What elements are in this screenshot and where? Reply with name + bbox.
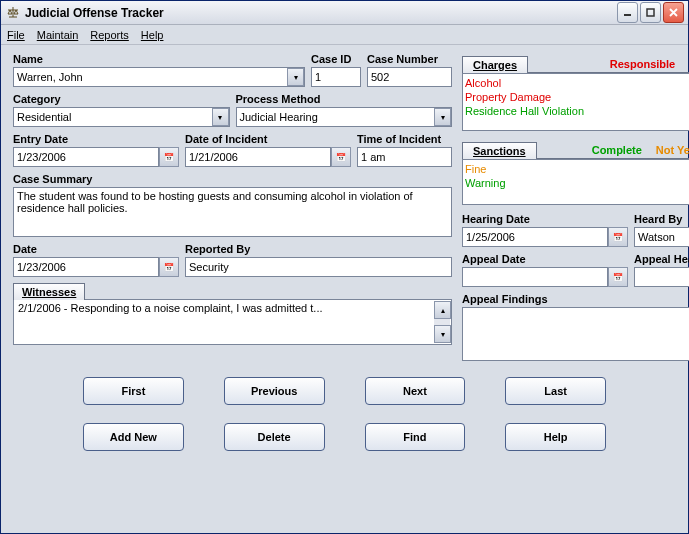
chevron-down-icon[interactable]: ▾ bbox=[212, 108, 229, 126]
app-icon bbox=[5, 5, 21, 21]
legend-complete: Complete bbox=[592, 144, 642, 156]
last-button[interactable]: Last bbox=[505, 377, 606, 405]
appealdate-input[interactable] bbox=[462, 267, 608, 287]
entrydate-input[interactable] bbox=[13, 147, 159, 167]
label-hearingdate: Hearing Date bbox=[462, 213, 628, 225]
date-input[interactable] bbox=[13, 257, 159, 277]
witnesses-list[interactable]: 2/1/2006 - Responding to a noise complai… bbox=[13, 299, 452, 345]
processmethod-combo[interactable]: Judicial Hearing ▾ bbox=[236, 107, 453, 127]
appealfindings-textarea[interactable] bbox=[462, 307, 689, 361]
category-combo[interactable]: Residential ▾ bbox=[13, 107, 230, 127]
scrollbar[interactable]: ▴ ▾ bbox=[434, 301, 450, 343]
label-heardby: Heard By bbox=[634, 213, 689, 225]
label-dateofincident: Date of Incident bbox=[185, 133, 351, 145]
casenumber-input[interactable] bbox=[367, 67, 452, 87]
calendar-icon[interactable]: 📅 bbox=[608, 267, 628, 287]
charges-list[interactable]: AlcoholProperty DamageResidence Hall Vio… bbox=[462, 73, 689, 131]
find-button[interactable]: Find bbox=[365, 423, 466, 451]
caseid-input[interactable] bbox=[311, 67, 361, 87]
label-processmethod: Process Method bbox=[236, 93, 453, 105]
charge-row[interactable]: Alcohol bbox=[465, 76, 689, 90]
witness-row[interactable]: 2/1/2006 - Responding to a noise complai… bbox=[18, 302, 447, 314]
content-area: Name Warren, John ▾ Case ID Case Number bbox=[1, 45, 688, 533]
menu-help[interactable]: Help bbox=[141, 29, 164, 41]
previous-button[interactable]: Previous bbox=[224, 377, 325, 405]
calendar-icon[interactable]: 📅 bbox=[608, 227, 628, 247]
label-date: Date bbox=[13, 243, 179, 255]
label-casenumber: Case Number bbox=[367, 53, 452, 65]
app-window: Judicial Offense Tracker File Maintain R… bbox=[0, 0, 689, 534]
window-title: Judicial Offense Tracker bbox=[25, 6, 617, 20]
sanction-row[interactable]: Fine bbox=[465, 162, 689, 176]
menubar: File Maintain Reports Help bbox=[1, 25, 688, 45]
appealheardby-input[interactable] bbox=[634, 267, 689, 287]
label-appealheardby: Appeal Heard By bbox=[634, 253, 689, 265]
charge-row[interactable]: Property Damage bbox=[465, 90, 689, 104]
heardby-input[interactable] bbox=[634, 227, 689, 247]
label-timeofincident: Time of Incident bbox=[357, 133, 452, 145]
svg-rect-1 bbox=[647, 9, 654, 16]
calendar-icon[interactable]: 📅 bbox=[159, 147, 179, 167]
label-appealfindings: Appeal Findings bbox=[462, 293, 689, 305]
chevron-down-icon[interactable]: ▾ bbox=[287, 68, 304, 86]
label-category: Category bbox=[13, 93, 230, 105]
addnew-button[interactable]: Add New bbox=[83, 423, 184, 451]
maximize-button[interactable] bbox=[640, 2, 661, 23]
svg-rect-0 bbox=[624, 14, 631, 16]
casesummary-textarea[interactable] bbox=[13, 187, 452, 237]
label-caseid: Case ID bbox=[311, 53, 361, 65]
sanctions-tab[interactable]: Sanctions bbox=[462, 142, 537, 159]
menu-reports[interactable]: Reports bbox=[90, 29, 129, 41]
chevron-down-icon[interactable]: ▾ bbox=[434, 108, 451, 126]
legend-notyetdue: Not Yet Due bbox=[656, 144, 689, 156]
label-reportedby: Reported By bbox=[185, 243, 452, 255]
menu-maintain[interactable]: Maintain bbox=[37, 29, 79, 41]
menu-file[interactable]: File bbox=[7, 29, 25, 41]
minimize-button[interactable] bbox=[617, 2, 638, 23]
first-button[interactable]: First bbox=[83, 377, 184, 405]
label-appealdate: Appeal Date bbox=[462, 253, 628, 265]
charges-tab[interactable]: Charges bbox=[462, 56, 528, 73]
label-name: Name bbox=[13, 53, 305, 65]
calendar-icon[interactable]: 📅 bbox=[331, 147, 351, 167]
close-button[interactable] bbox=[663, 2, 684, 23]
sanction-row[interactable]: Warning bbox=[465, 176, 689, 190]
next-button[interactable]: Next bbox=[365, 377, 466, 405]
scroll-down-icon[interactable]: ▾ bbox=[434, 325, 451, 343]
witnesses-tab[interactable]: Witnesses bbox=[13, 283, 85, 300]
scroll-up-icon[interactable]: ▴ bbox=[434, 301, 451, 319]
titlebar: Judicial Offense Tracker bbox=[1, 1, 688, 25]
charge-row[interactable]: Residence Hall Violation bbox=[465, 104, 689, 118]
delete-button[interactable]: Delete bbox=[224, 423, 325, 451]
reportedby-input[interactable] bbox=[185, 257, 452, 277]
sanctions-list[interactable]: FineWarning ▴ ▾ bbox=[462, 159, 689, 205]
label-entrydate: Entry Date bbox=[13, 133, 179, 145]
help-button[interactable]: Help bbox=[505, 423, 606, 451]
name-combo[interactable]: Warren, John ▾ bbox=[13, 67, 305, 87]
dateincident-input[interactable] bbox=[185, 147, 331, 167]
legend-responsible: Responsible bbox=[610, 58, 675, 70]
label-casesummary: Case Summary bbox=[13, 173, 452, 185]
hearingdate-input[interactable] bbox=[462, 227, 608, 247]
calendar-icon[interactable]: 📅 bbox=[159, 257, 179, 277]
timeincident-input[interactable] bbox=[357, 147, 452, 167]
